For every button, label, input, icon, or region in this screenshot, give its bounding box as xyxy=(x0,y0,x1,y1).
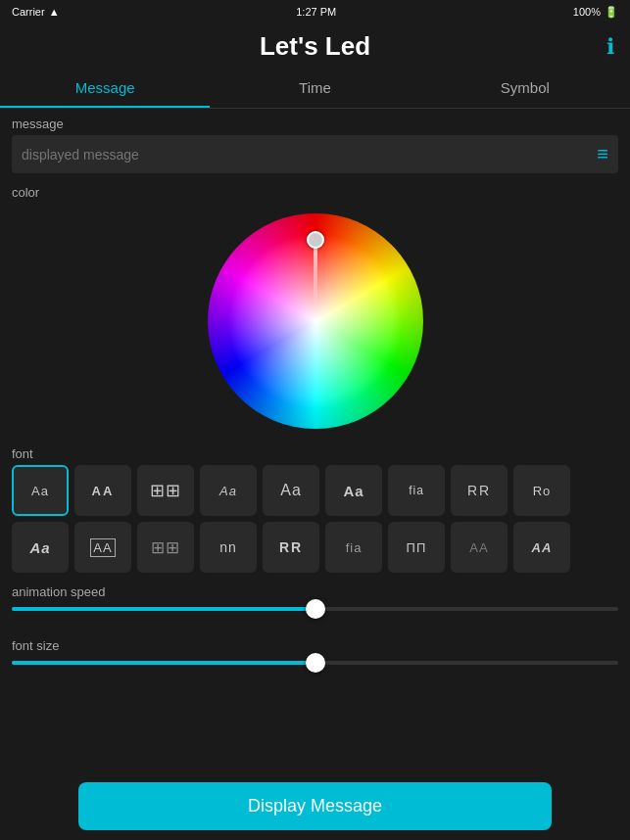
status-bar: Carrier ▲ 1:27 PM 100% 🔋 xyxy=(0,0,630,23)
battery-icon: 🔋 xyxy=(605,6,618,19)
font-item-14[interactable]: RR xyxy=(263,522,319,573)
font-item-17[interactable]: AA xyxy=(451,522,508,573)
list-icon[interactable]: ≡ xyxy=(597,143,608,165)
font-item-7[interactable]: fia xyxy=(388,465,445,516)
color-picker-handle[interactable] xyxy=(307,231,324,249)
font-label: font xyxy=(12,439,618,465)
wifi-icon: ▲ xyxy=(49,6,60,18)
font-item-10[interactable]: Aa xyxy=(12,522,69,573)
info-button[interactable]: ℹ xyxy=(606,34,614,60)
app-header: Let's Led ℹ xyxy=(0,23,630,70)
font-item-11[interactable]: AA xyxy=(74,522,131,573)
tab-bar: Message Time Symbol xyxy=(0,70,630,109)
font-item-2[interactable]: AA xyxy=(74,465,131,516)
font-item-13[interactable]: nn xyxy=(200,522,257,573)
tab-symbol[interactable]: Symbol xyxy=(420,70,630,108)
font-item-4[interactable]: Aa xyxy=(200,465,257,516)
font-item-5[interactable]: Aa xyxy=(263,465,319,516)
animation-speed-label: animation speed xyxy=(12,584,618,599)
color-wheel-inner xyxy=(227,233,404,409)
font-item-16[interactable]: ΠΠ xyxy=(388,522,445,573)
main-content: message ≡ color font Aa AA ⊞⊞ Aa xyxy=(0,109,630,770)
color-label: color xyxy=(12,177,618,204)
font-item-1[interactable]: Aa xyxy=(12,465,69,516)
font-size-track[interactable] xyxy=(12,661,618,665)
battery-label: 100% xyxy=(573,6,601,18)
color-picker-spike xyxy=(314,243,317,311)
font-size-fill xyxy=(12,661,315,665)
font-item-15[interactable]: fia xyxy=(325,522,382,573)
status-right: 100% 🔋 xyxy=(573,6,618,19)
carrier-label: Carrier xyxy=(12,6,45,18)
font-item-9[interactable]: Ro xyxy=(513,465,570,516)
message-label: message xyxy=(12,109,618,135)
font-size-label: font size xyxy=(12,638,618,653)
app-title: Let's Led xyxy=(260,31,370,62)
font-row-2: Aa AA ⊞⊞ nn RR fia ΠΠ AA AA xyxy=(12,522,618,573)
message-input-row: ≡ xyxy=(12,135,618,173)
font-item-3[interactable]: ⊞⊞ xyxy=(137,465,194,516)
status-time: 1:27 PM xyxy=(296,6,336,18)
color-wheel[interactable] xyxy=(208,213,423,429)
animation-speed-thumb[interactable] xyxy=(306,599,325,619)
animation-speed-fill xyxy=(12,607,315,611)
display-message-button[interactable]: Display Message xyxy=(78,782,552,830)
font-size-thumb[interactable] xyxy=(306,653,325,673)
bottom-button-container: Display Message xyxy=(0,772,630,840)
tab-time[interactable]: Time xyxy=(210,70,419,108)
font-item-12[interactable]: ⊞⊞ xyxy=(137,522,194,573)
color-picker-section xyxy=(12,204,618,439)
message-input[interactable] xyxy=(22,147,597,163)
animation-speed-section: animation speed xyxy=(12,579,618,632)
status-left: Carrier ▲ xyxy=(12,6,60,18)
font-item-8[interactable]: RR xyxy=(451,465,508,516)
tab-message[interactable]: Message xyxy=(0,70,210,108)
font-row-1: Aa AA ⊞⊞ Aa Aa Aa fia RR Ro xyxy=(12,465,618,516)
color-wheel-container[interactable] xyxy=(208,213,423,429)
font-item-6[interactable]: Aa xyxy=(325,465,382,516)
font-item-18[interactable]: AA xyxy=(513,522,570,573)
font-size-section: font size xyxy=(12,632,618,686)
animation-speed-track[interactable] xyxy=(12,607,618,611)
